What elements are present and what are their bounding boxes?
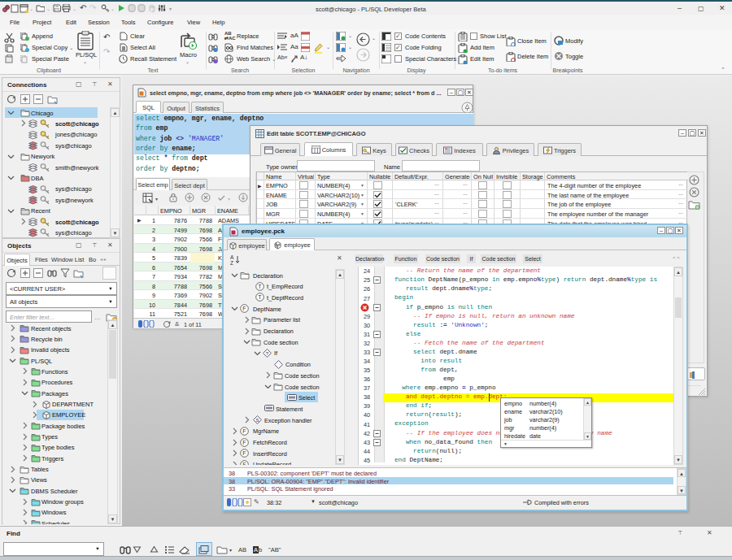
- svg-text:F: F: [242, 428, 246, 434]
- svg-text:T: T: [258, 284, 262, 289]
- svg-text:F: F: [242, 462, 246, 465]
- svg-text:F: F: [242, 440, 246, 445]
- svg-text:F: F: [242, 306, 246, 311]
- svg-text:S: S: [255, 418, 259, 423]
- svg-text:Z: Z: [230, 260, 233, 266]
- svg-text:T: T: [258, 294, 262, 300]
- svg-text:F: F: [242, 450, 246, 456]
